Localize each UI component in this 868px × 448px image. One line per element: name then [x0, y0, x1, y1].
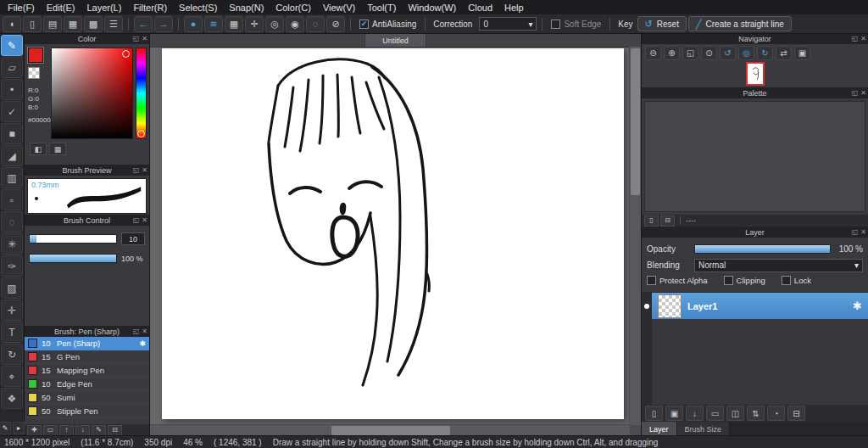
lock-box[interactable]: [782, 276, 791, 285]
delete-color-icon[interactable]: ⊟: [660, 216, 675, 227]
zoom-fit-icon[interactable]: ◱: [682, 46, 698, 60]
eyedropper-tool[interactable]: ⌖: [1, 366, 23, 387]
layer-order-icon[interactable]: ⇅: [747, 406, 765, 421]
foreground-color-swatch[interactable]: [28, 48, 43, 63]
menu-item[interactable]: Cloud: [462, 2, 498, 14]
layer-row-layer1[interactable]: Layer1 ✱: [652, 293, 868, 319]
menu-item[interactable]: Window(W): [402, 2, 462, 14]
close-panel-icon[interactable]: ✕: [860, 227, 866, 238]
flip-horizontal-icon[interactable]: ⇄: [776, 46, 792, 60]
horizontal-scroll-thumb[interactable]: [331, 426, 450, 435]
snap-curve-icon[interactable]: ◌: [306, 16, 325, 32]
float-panel-icon[interactable]: ◱: [852, 87, 859, 98]
background-color-swatch[interactable]: [28, 67, 40, 79]
pixel-grid-icon[interactable]: ▩: [84, 16, 103, 32]
edit-brush-icon[interactable]: ✎: [92, 425, 106, 436]
select-eraser-tool[interactable]: ▨: [1, 277, 23, 299]
float-panel-icon[interactable]: ◱: [852, 33, 859, 44]
canvas-drawing[interactable]: [162, 48, 624, 419]
rotate-reset-icon[interactable]: ◎: [738, 46, 754, 60]
layer-settings-gear-icon[interactable]: ✱: [853, 300, 862, 312]
undo-icon[interactable]: ←: [134, 16, 153, 32]
close-panel-icon[interactable]: ✕: [142, 165, 147, 176]
brush-list-item[interactable]: 15 G Pen: [25, 350, 149, 364]
layer-opacity-slider[interactable]: [694, 244, 831, 254]
menu-item[interactable]: Edit(E): [41, 2, 81, 14]
soft-edge-checkbox[interactable]: Soft Edge: [551, 20, 601, 29]
zoom-in-icon[interactable]: ⊕: [664, 46, 680, 60]
text-tool[interactable]: T: [1, 322, 23, 343]
add-color-icon[interactable]: ▯: [644, 216, 659, 227]
delete-layer-icon[interactable]: ⊟: [787, 406, 805, 421]
hand-tool[interactable]: ❖: [1, 388, 23, 409]
palette-color-list[interactable]: [644, 101, 865, 212]
snap-concentric-icon[interactable]: ◎: [265, 16, 284, 32]
panel-tab[interactable]: Layer: [642, 422, 677, 436]
duplicate-layer-icon[interactable]: ▣: [665, 406, 683, 421]
canvas-horizontal-scrollbar[interactable]: [150, 424, 630, 436]
menu-item[interactable]: Filter(R): [127, 2, 173, 14]
eraser-tool[interactable]: ▱: [1, 57, 23, 78]
select-lasso-tool[interactable]: ◌: [1, 211, 23, 232]
reset-button[interactable]: ↺ Reset: [637, 16, 687, 31]
zoom-actual-icon[interactable]: ⊙: [701, 46, 717, 60]
brush-size-value[interactable]: 10: [121, 232, 145, 245]
select-rect-tool[interactable]: ▫: [1, 189, 23, 210]
zoom-out-icon[interactable]: ⊖: [645, 46, 661, 60]
menu-item[interactable]: View(V): [317, 2, 361, 14]
snap-cross-icon[interactable]: ✛: [245, 16, 264, 32]
correction-tool[interactable]: ✓: [1, 101, 23, 122]
menu-item[interactable]: Layer(L): [81, 2, 127, 14]
blending-select[interactable]: Normal ▾: [694, 259, 863, 272]
snap-radial-icon[interactable]: ◉: [286, 16, 304, 32]
drawing-canvas[interactable]: [162, 48, 624, 419]
select-pen-tool[interactable]: ✑: [1, 255, 23, 277]
brush-list-item[interactable]: 15 Mapping Pen: [25, 364, 149, 378]
merge-layer-icon[interactable]: ↓: [686, 406, 704, 421]
rotate-ccw-icon[interactable]: ↺: [720, 46, 736, 60]
fullscreen-icon[interactable]: ▣: [794, 46, 810, 60]
magic-wand-tool[interactable]: ✳: [1, 233, 23, 255]
layer-folder-icon[interactable]: ▭: [706, 406, 724, 421]
brush-opacity-slider[interactable]: [29, 254, 117, 263]
hue-slider[interactable]: [136, 48, 147, 139]
menu-item[interactable]: Snap(N): [223, 2, 270, 14]
float-panel-icon[interactable]: ◱: [133, 33, 140, 44]
antialiasing-checkbox[interactable]: ✔ AntiAliasing: [359, 20, 416, 29]
dot-pen-tool[interactable]: •: [1, 79, 23, 100]
float-panel-icon[interactable]: ◱: [133, 215, 140, 226]
float-panel-icon[interactable]: ◱: [133, 165, 140, 176]
menu-item[interactable]: Help: [498, 2, 530, 14]
canvas-tab-untitled[interactable]: Untitled: [364, 33, 426, 47]
layer-visibility-dot[interactable]: [644, 304, 649, 309]
panel-tab[interactable]: Brush Size: [677, 422, 731, 436]
protect-alpha-checkbox[interactable]: Protect Alpha: [647, 276, 708, 285]
add-brush-icon[interactable]: ✚: [27, 425, 42, 436]
color-window-icon[interactable]: ◧: [30, 143, 47, 155]
fill-rect-tool[interactable]: ■: [1, 123, 23, 144]
clipping-box[interactable]: [724, 276, 733, 285]
canvas-vertical-scrollbar[interactable]: [629, 47, 641, 425]
brush-list-item[interactable]: 10 Edge Pen: [25, 378, 149, 391]
new-document-icon[interactable]: ▯: [23, 16, 42, 32]
menu-item[interactable]: Select(S): [173, 2, 223, 14]
mini-pen-icon[interactable]: ✎: [0, 422, 11, 434]
snap-off-icon[interactable]: ⊘: [326, 16, 345, 32]
mini-cursor-icon[interactable]: ▸: [13, 422, 25, 434]
menu-item[interactable]: Tool(T): [361, 2, 402, 14]
close-panel-icon[interactable]: ✕: [142, 215, 147, 226]
close-panel-icon[interactable]: ✕: [860, 87, 866, 98]
brush-circle-icon[interactable]: ●: [184, 16, 203, 32]
brush-settings-icon[interactable]: ✱: [139, 339, 146, 348]
brush-down-icon[interactable]: ↓: [75, 425, 90, 436]
float-panel-icon[interactable]: ◱: [852, 227, 859, 238]
snap-grid-icon[interactable]: ▦: [225, 16, 243, 32]
create-straight-line-button[interactable]: ╱ Create a straight line: [688, 16, 792, 31]
brush-list-item[interactable]: 50 Sumi: [25, 391, 149, 405]
sv-cursor[interactable]: [122, 50, 130, 58]
menu-item[interactable]: Color(C): [270, 2, 317, 14]
color-grid-icon[interactable]: ▦: [49, 143, 66, 155]
menu-item[interactable]: File(F): [2, 2, 41, 14]
move-tool[interactable]: ✛: [1, 300, 23, 321]
navigator-thumbnail[interactable]: [748, 64, 763, 84]
